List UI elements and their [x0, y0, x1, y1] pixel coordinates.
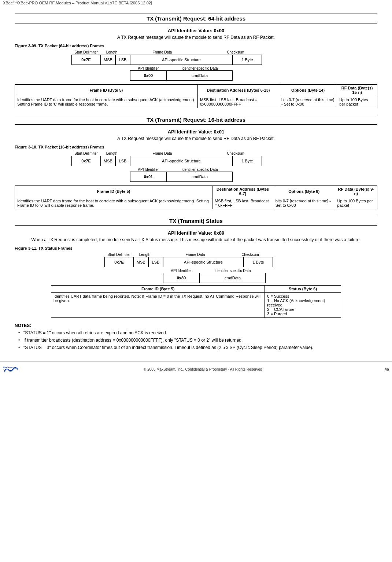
cell-destaddr-tx64: MSB first, LSB last. Broadcast = 0x00000…: [197, 96, 279, 108]
sub-box-cmddata-txs: cmdData: [200, 273, 266, 283]
sub-label-id-specific-tx64: Identifier-specific Data: [167, 66, 233, 70]
col-header-frameid-tx16: Frame ID (Byte 5): [15, 186, 212, 197]
section-title-txstatus: TX (Transmit) Status: [15, 216, 377, 226]
box-lsb-tx16: LSB: [115, 156, 130, 166]
status-value-1: 1 = No ACK (Acknowledgement) received: [267, 298, 339, 307]
packet-diagram-tx16: Start Delimiter Length Frame Data Checks…: [71, 151, 321, 182]
cell-destaddr-tx16: MSB first, LSB last. Broadcast = 0xFFFF: [212, 197, 273, 209]
box-checksum-tx64: 1 Byte: [233, 55, 262, 65]
api-id-title-tx16: API Identifier Value: 0x01: [15, 129, 377, 135]
table-row-txs: Identifies UART data frame being reporte…: [51, 293, 341, 318]
cell-options-tx16: bits 0-7 [reserved at this time] - Set t…: [273, 197, 335, 209]
label-start-delimiter-tx16: Start Delimiter: [71, 151, 101, 155]
label-start-delimiter: Start Delimiter: [71, 50, 101, 54]
box-checksum-txs: 1 Byte: [244, 257, 273, 267]
box-start-delimiter-tx16: 0x7E: [71, 156, 101, 166]
box-frame-data-txs: API-specific Structure: [163, 257, 244, 267]
sub-label-api-id-tx64: API Identifier: [130, 66, 167, 70]
status-value-3: 3 = Purged: [267, 312, 339, 316]
label-start-delim-txs: Start Delimiter: [104, 253, 134, 257]
section-title-tx16: TX (Transmit) Request: 16-bit address: [15, 115, 377, 125]
footer-copyright: © 2005 MaxStream, Inc., Confidential & P…: [144, 367, 262, 371]
box-msb-tx16: MSB: [101, 156, 115, 166]
col-header-options-tx64: Options (Byte 14): [279, 85, 337, 96]
table-row-tx16: Identifies the UART data frame for the h…: [15, 197, 377, 209]
sub-label-id-specific-tx16: Identifier-specific Data: [167, 168, 233, 172]
page-wrapper: XBee™/XBee-PRO OEM RF Modules – Product …: [0, 0, 392, 377]
main-content: TX (Transmit) Request: 64-bit address AP…: [0, 6, 392, 361]
status-value-0: 0 = Success: [267, 294, 339, 298]
box-start-delimiter-tx64: 0x7E: [71, 55, 101, 65]
cell-frameid-tx16: Identifies the UART data frame for the h…: [15, 197, 212, 209]
sub-box-apival-tx64: 0x00: [130, 70, 167, 81]
top-bar-text: XBee™/XBee-PRO OEM RF Modules – Product …: [3, 1, 152, 5]
notes-title: NOTES:: [15, 323, 377, 328]
cell-status-txs: 0 = Success 1 = No ACK (Acknowledgement)…: [265, 293, 341, 318]
box-msb-txs: MSB: [134, 257, 148, 267]
box-start-delimiter-txs: 0x7E: [104, 257, 134, 267]
footer-page-number: 46: [385, 367, 389, 371]
label-checksum-txs: Checksum: [236, 253, 265, 257]
col-header-rfdata-tx64: RF Data (Byte(s) 15-n): [337, 85, 377, 96]
cell-options-tx64: bits 0-7 [reserved at this time] - Set t…: [279, 96, 337, 108]
box-lsb-txs: LSB: [148, 257, 163, 267]
label-length-txs: Length: [134, 253, 156, 257]
label-checksum: Checksum: [221, 50, 250, 54]
top-bar: XBee™/XBee-PRO OEM RF Modules – Product …: [0, 0, 392, 6]
label-length: Length: [101, 50, 123, 54]
packet-diagram-tx64: Start Delimiter Length Frame Data Checks…: [71, 50, 321, 81]
api-id-title-tx64: API Identifier Value: 0x00: [15, 28, 377, 33]
col-header-options-tx16: Options (Byte 8): [273, 186, 335, 197]
status-value-2: 2 = CCA failure: [267, 307, 339, 312]
detail-table-tx64: Frame ID (Byte 5) Destination Address (B…: [15, 84, 377, 108]
packet-diagram-txstatus: Start Delimiter Length Frame Data Checks…: [104, 253, 288, 283]
cell-rfdata-tx64: Up to 100 Bytes per packet: [337, 96, 377, 108]
col-header-rfdata-tx16: RF Data (Byte(s) 9-n): [335, 186, 377, 197]
label-checksum-tx16: Checksum: [221, 151, 250, 155]
label-frame-data: Frame Data: [126, 50, 199, 54]
cell-frameid-txs: Identifies UART data frame being reporte…: [51, 293, 265, 318]
box-checksum-tx16: 1 Byte: [233, 156, 262, 166]
api-id-title-txstatus: API Identifier Value: 0x89: [15, 230, 377, 236]
footer: MaxStream ® © 2005 MaxStream, Inc., Conf…: [0, 361, 392, 377]
api-id-desc-txstatus: When a TX Request is completed, the modu…: [15, 237, 377, 242]
figure-title-tx16: Figure 3-10. TX Packet (16-bit address) …: [15, 145, 377, 149]
col-header-destaddr-tx64: Destination Address (Bytes 6-13): [197, 85, 279, 96]
section-title-tx64: TX (Transmit) Request: 64-bit address: [15, 14, 377, 23]
figure-title-txstatus: Figure 3-11. TX Status Frames: [15, 246, 377, 250]
box-msb-tx64: MSB: [101, 55, 115, 65]
sub-box-cmddata-tx64: cmdData: [167, 70, 233, 81]
figure-title-tx64: Figure 3-09. TX Packet (64-bit address) …: [15, 44, 377, 48]
list-item-note1: "STATUS = 1" occurs when all retries are…: [18, 330, 377, 335]
table-row-tx64: Identifies the UART data frame for the h…: [15, 96, 377, 108]
svg-text:MaxStream: MaxStream: [3, 366, 14, 368]
cell-rfdata-tx16: Up to 100 Bytes per packet: [335, 197, 377, 209]
label-length-tx16: Length: [101, 151, 123, 155]
svg-text:®: ®: [3, 369, 4, 371]
sub-label-api-id-txs: API Identifier: [163, 269, 200, 273]
box-frame-data-tx64: API-specific Structure: [130, 55, 233, 65]
detail-table-tx16: Frame ID (Byte 5) Destination Address (B…: [15, 186, 377, 209]
col-header-destaddr-tx16: Destination Address (Bytes 6-7): [212, 186, 273, 197]
notes-list: "STATUS = 1" occurs when all retries are…: [15, 330, 377, 350]
list-item-note2: If transmitter broadcasts (destination a…: [18, 338, 377, 343]
sub-box-cmddata-tx16: cmdData: [167, 172, 233, 182]
col-header-status-txs: Status (Byte 6): [265, 286, 341, 293]
api-id-desc-tx64: A TX Request message will cause the modu…: [15, 35, 377, 40]
footer-logo: MaxStream ®: [3, 364, 21, 375]
label-frame-data-txs: Frame Data: [159, 253, 232, 257]
box-lsb-tx64: LSB: [115, 55, 130, 65]
box-frame-data-tx16: API-specific Structure: [130, 156, 233, 166]
status-detail-table: Frame ID (Byte 5) Status (Byte 6) Identi…: [51, 285, 341, 318]
label-frame-data-tx16: Frame Data: [126, 151, 199, 155]
sub-box-apival-txs: 0x89: [163, 273, 200, 283]
col-header-frameid-tx64: Frame ID (Byte 5): [15, 85, 198, 96]
list-item-note3: "STATUS = 3" occurs when Coordinator tim…: [18, 345, 377, 350]
cell-frameid-tx64: Identifies the UART data frame for the h…: [15, 96, 198, 108]
col-header-frameid-txs: Frame ID (Byte 5): [51, 286, 265, 293]
sub-label-api-id-tx16: API Identifier: [130, 168, 167, 172]
sub-box-apival-tx16: 0x01: [130, 172, 167, 182]
maxstream-logo: MaxStream ®: [3, 364, 21, 375]
api-id-desc-tx16: A TX Request message will cause the modu…: [15, 136, 377, 141]
sub-label-id-specific-txs: Identifier-specific Data: [200, 269, 266, 273]
